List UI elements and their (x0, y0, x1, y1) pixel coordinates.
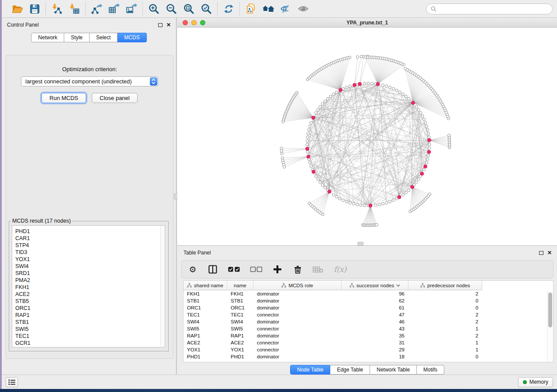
graph-node[interactable] (398, 91, 401, 93)
graph-node[interactable] (324, 100, 326, 103)
graph-node[interactable] (363, 204, 366, 207)
add-column-button[interactable] (273, 264, 282, 275)
table-row[interactable]: TEC1TEC1connector472 (183, 311, 553, 318)
table-scrollbar-thumb[interactable] (548, 292, 552, 327)
graph-node[interactable] (385, 85, 388, 87)
close-table-panel-icon[interactable]: ✕ (547, 251, 552, 255)
graph-hub-node[interactable] (339, 88, 343, 92)
save-session-button[interactable] (28, 2, 41, 15)
mcds-result-item[interactable]: YOX1 (15, 256, 165, 263)
graph-node[interactable] (363, 82, 366, 85)
select-all-columns-button[interactable] (228, 264, 240, 275)
deselect-all-columns-button[interactable] (250, 264, 262, 275)
graph-node[interactable] (322, 213, 324, 216)
graph-hub-node[interactable] (412, 101, 415, 105)
table-settings-button[interactable]: ⚙ (188, 264, 197, 275)
graph-node[interactable] (429, 193, 431, 196)
graph-node[interactable] (317, 108, 319, 111)
column-header-mcds-role[interactable]: MCDS role (253, 281, 342, 290)
mcds-list-scrollbar[interactable] (160, 226, 164, 347)
graph-node[interactable] (329, 95, 332, 98)
open-file-button[interactable] (10, 2, 24, 15)
run-mcds-button[interactable]: Run MCDS (42, 93, 86, 103)
graph-node[interactable] (417, 178, 420, 180)
graph-node[interactable] (283, 165, 286, 168)
network-graph[interactable] (177, 28, 557, 245)
column-header-predecessor-nodes[interactable]: predecessor nodes (408, 281, 482, 290)
graph-hub-node[interactable] (305, 147, 309, 151)
table-row[interactable]: STB1STB1dominator620 (183, 297, 553, 304)
graph-node[interactable] (415, 181, 418, 183)
graph-node[interactable] (339, 197, 341, 200)
mcds-result-item[interactable]: ORC1 (15, 305, 165, 312)
close-window-icon[interactable] (183, 20, 188, 25)
zoom-selected-button[interactable] (200, 2, 213, 15)
graph-node[interactable] (324, 186, 326, 189)
show-hidden-button[interactable] (297, 2, 310, 15)
mcds-result-item[interactable]: TID3 (15, 249, 165, 256)
graph-node[interactable] (308, 162, 311, 164)
graph-node[interactable] (336, 196, 338, 198)
graph-node[interactable] (408, 189, 410, 192)
zoom-in-button[interactable] (147, 2, 160, 15)
column-layout-button[interactable] (208, 264, 218, 275)
graph-node[interactable] (428, 136, 430, 138)
graph-node[interactable] (321, 103, 324, 105)
tab-network[interactable]: Network (31, 33, 64, 42)
table-tab-network-table[interactable]: Network Table (370, 365, 417, 375)
mcds-result-item[interactable]: PHD1 (15, 228, 165, 235)
export-table-button[interactable] (107, 2, 121, 15)
table-tab-motifs[interactable]: Motifs (417, 365, 444, 375)
table-splitter-grip[interactable] (357, 242, 363, 245)
graph-node[interactable] (426, 158, 429, 160)
graph-node[interactable] (356, 203, 359, 206)
graph-node[interactable] (448, 134, 450, 137)
maximize-window-icon[interactable] (200, 20, 205, 25)
close-panel-icon[interactable]: ✕ (166, 23, 171, 27)
graph-node[interactable] (306, 78, 309, 81)
graph-node[interactable] (423, 118, 426, 120)
graph-node[interactable] (426, 125, 428, 127)
graph-hub-node[interactable] (420, 172, 424, 175)
graph-node[interactable] (381, 203, 384, 205)
mcds-result-item[interactable]: STB1 (15, 319, 165, 326)
graph-node[interactable] (307, 132, 309, 135)
mcds-result-item[interactable]: CAR1 (15, 235, 165, 242)
graph-node[interactable] (336, 91, 338, 93)
graph-node[interactable] (428, 147, 431, 149)
graph-node[interactable] (349, 85, 351, 87)
graph-node[interactable] (352, 203, 355, 205)
graph-node[interactable] (332, 93, 335, 96)
graph-node[interactable] (370, 82, 373, 85)
graph-node[interactable] (364, 56, 367, 58)
graph-node[interactable] (319, 106, 322, 108)
search-field[interactable] (426, 3, 553, 14)
import-table-button[interactable] (68, 2, 81, 15)
table-row[interactable]: PHD1PHD1dominator180 (183, 353, 553, 360)
graph-node[interactable] (426, 162, 428, 164)
table-row[interactable]: SWI5SWI5connector431 (183, 325, 553, 332)
float-panel-icon[interactable] (158, 23, 163, 27)
graph-node[interactable] (308, 125, 311, 127)
graph-node[interactable] (310, 121, 312, 124)
graph-node[interactable] (389, 86, 391, 89)
tab-style[interactable]: Style (64, 33, 90, 42)
graph-node[interactable] (404, 67, 407, 70)
graph-node[interactable] (360, 204, 362, 206)
close-panel-button[interactable]: Close panel (92, 93, 138, 103)
graph-hub-node[interactable] (398, 196, 401, 199)
mcds-result-item[interactable]: GCR1 (15, 340, 165, 347)
graph-node[interactable] (392, 199, 394, 202)
table-row[interactable]: RAP1RAP1dominator352 (183, 332, 553, 339)
mcds-result-item[interactable]: FKH1 (15, 284, 165, 291)
tab-select[interactable]: Select (90, 33, 118, 42)
search-input[interactable] (439, 6, 548, 12)
graph-node[interactable] (321, 184, 324, 186)
graph-node[interactable] (421, 115, 424, 117)
graph-node[interactable] (349, 202, 351, 204)
graph-node[interactable] (345, 86, 348, 89)
graph-node[interactable] (308, 128, 310, 131)
memory-button[interactable]: Memory (518, 377, 553, 387)
graph-hub-node[interactable] (428, 138, 431, 142)
graph-node[interactable] (367, 82, 370, 85)
